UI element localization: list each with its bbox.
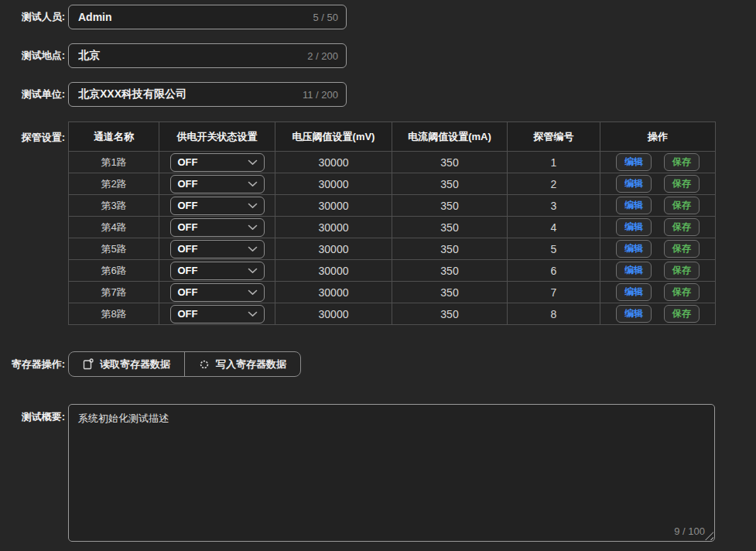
table-row: 第6路 OFF 30000 350 6 编辑 保存	[69, 260, 716, 282]
actions-cell: 编辑 保存	[600, 217, 716, 238]
power-switch-value: OFF	[178, 286, 198, 298]
probe-number-cell: 4	[508, 217, 600, 238]
chevron-down-icon	[248, 311, 258, 317]
location-input-box: 2 / 200	[68, 43, 347, 68]
power-switch-select[interactable]: OFF	[170, 153, 265, 172]
edit-button[interactable]: 编辑	[616, 197, 652, 214]
save-button[interactable]: 保存	[664, 305, 700, 323]
save-button[interactable]: 保存	[664, 240, 700, 258]
col-header-actions: 操作	[600, 122, 716, 152]
power-switch-cell: OFF	[159, 260, 275, 282]
summary-label: 测试概要:	[0, 404, 68, 424]
actions-cell: 编辑 保存	[600, 260, 716, 282]
table-row: 第2路 OFF 30000 350 2 编辑 保存	[69, 173, 716, 195]
save-button[interactable]: 保存	[664, 218, 700, 236]
save-button[interactable]: 保存	[664, 283, 700, 301]
actions-cell: 编辑 保存	[600, 238, 716, 260]
voltage-threshold-cell: 30000	[275, 217, 392, 238]
test-config-form: 测试人员: 5 / 50 测试地点: 2 / 200 测试单位: 11 / 20…	[0, 0, 756, 551]
edit-button[interactable]: 编辑	[616, 153, 652, 171]
channel-name-cell: 第8路	[69, 303, 159, 325]
current-threshold-cell: 350	[392, 303, 508, 325]
power-switch-select[interactable]: OFF	[170, 197, 265, 215]
location-label: 测试地点:	[0, 49, 68, 63]
save-button[interactable]: 保存	[664, 153, 700, 171]
chevron-down-icon	[248, 203, 258, 209]
probe-settings-table: 通道名称 供电开关状态设置 电压阈值设置(mV) 电流阈值设置(mA) 探管编号…	[68, 121, 716, 325]
summary-textarea-box: 9 / 100	[68, 404, 715, 542]
table-row: 第7路 OFF 30000 350 7 编辑 保存	[69, 282, 716, 303]
chevron-down-icon	[248, 268, 258, 274]
power-switch-value: OFF	[178, 178, 198, 190]
power-switch-value: OFF	[178, 200, 198, 211]
probe-number-cell: 5	[508, 238, 600, 260]
actions-cell: 编辑 保存	[600, 152, 716, 173]
tester-char-counter: 5 / 50	[313, 12, 338, 23]
table-header-row: 通道名称 供电开关状态设置 电压阈值设置(mV) 电流阈值设置(mA) 探管编号…	[69, 122, 716, 152]
tester-row: 测试人员: 5 / 50	[0, 5, 756, 29]
power-switch-cell: OFF	[159, 173, 275, 195]
voltage-threshold-cell: 30000	[275, 195, 392, 217]
current-threshold-cell: 350	[392, 217, 508, 238]
power-switch-cell: OFF	[159, 217, 275, 238]
power-switch-select[interactable]: OFF	[170, 262, 265, 280]
power-switch-cell: OFF	[159, 238, 275, 260]
probe-number-cell: 1	[508, 152, 600, 173]
power-switch-select[interactable]: OFF	[170, 283, 265, 302]
table-row: 第1路 OFF 30000 350 1 编辑 保存	[69, 152, 716, 173]
voltage-threshold-cell: 30000	[275, 282, 392, 303]
write-register-button-label: 写入寄存器数据	[216, 358, 286, 371]
edit-button[interactable]: 编辑	[616, 305, 652, 323]
organization-input-box: 11 / 200	[68, 82, 347, 107]
table-row: 第5路 OFF 30000 350 5 编辑 保存	[69, 238, 716, 260]
power-switch-select[interactable]: OFF	[170, 305, 265, 323]
location-input[interactable]	[78, 50, 301, 62]
channel-name-cell: 第7路	[69, 282, 159, 303]
actions-cell: 编辑 保存	[600, 173, 716, 195]
power-switch-select[interactable]: OFF	[170, 240, 265, 258]
voltage-threshold-cell: 30000	[275, 303, 392, 325]
current-threshold-cell: 350	[392, 282, 508, 303]
chevron-down-icon	[248, 181, 258, 187]
chevron-down-icon	[248, 224, 258, 231]
channel-name-cell: 第3路	[69, 195, 159, 217]
probe-number-cell: 6	[508, 260, 600, 282]
register-button-group: 读取寄存器数据 写入寄存器数据	[68, 351, 301, 377]
channel-name-cell: 第2路	[69, 173, 159, 195]
current-threshold-cell: 350	[392, 152, 508, 173]
edit-button[interactable]: 编辑	[616, 283, 652, 301]
edit-button[interactable]: 编辑	[616, 218, 652, 236]
organization-input[interactable]	[78, 88, 296, 101]
save-button[interactable]: 保存	[664, 262, 700, 279]
read-register-button-label: 读取寄存器数据	[100, 358, 170, 371]
edit-button[interactable]: 编辑	[616, 262, 652, 279]
save-button[interactable]: 保存	[664, 175, 700, 193]
power-switch-select[interactable]: OFF	[170, 218, 265, 237]
read-register-button[interactable]: 读取寄存器数据	[69, 352, 184, 376]
edit-button[interactable]: 编辑	[616, 175, 652, 193]
actions-cell: 编辑 保存	[600, 282, 716, 303]
power-switch-value: OFF	[178, 243, 198, 255]
power-switch-cell: OFF	[159, 282, 275, 303]
organization-label: 测试单位:	[0, 87, 68, 101]
tester-label: 测试人员:	[0, 10, 68, 24]
save-button[interactable]: 保存	[664, 197, 700, 214]
power-switch-select[interactable]: OFF	[170, 175, 265, 193]
write-register-button[interactable]: 写入寄存器数据	[184, 352, 300, 376]
organization-row: 测试单位: 11 / 200	[0, 82, 756, 107]
current-threshold-cell: 350	[392, 238, 508, 260]
actions-cell: 编辑 保存	[600, 195, 716, 217]
summary-textarea[interactable]	[69, 405, 714, 541]
chevron-down-icon	[248, 159, 258, 166]
power-switch-value: OFF	[178, 156, 198, 168]
power-switch-cell: OFF	[159, 303, 275, 325]
current-threshold-cell: 350	[392, 260, 508, 282]
probe-number-cell: 3	[508, 195, 600, 217]
channel-name-cell: 第4路	[69, 217, 159, 238]
write-register-icon	[199, 359, 210, 370]
tester-input[interactable]	[78, 11, 306, 23]
current-threshold-cell: 350	[392, 195, 508, 217]
voltage-threshold-cell: 30000	[275, 238, 392, 260]
edit-button[interactable]: 编辑	[616, 240, 652, 258]
table-row: 第8路 OFF 30000 350 8 编辑 保存	[69, 303, 716, 325]
